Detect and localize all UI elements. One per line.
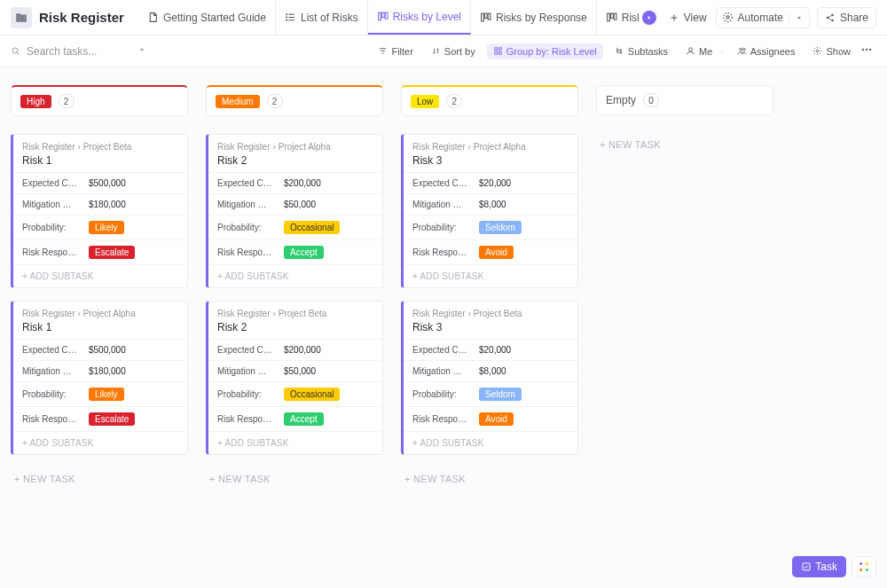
svg-rect-5: [385, 12, 388, 19]
doc-icon: [147, 12, 159, 23]
more-views-button[interactable]: [639, 11, 660, 25]
field-mitigation: Mitigation …$8,000: [404, 360, 577, 381]
column-low: Low2Risk Register›Project AlphaRisk 3Exp…: [401, 85, 578, 490]
column-high: High2Risk Register›Project BetaRisk 1Exp…: [11, 85, 188, 490]
task-card[interactable]: Risk Register›Project AlphaRisk 3Expecte…: [401, 134, 578, 288]
svg-point-18: [831, 13, 834, 16]
svg-point-0: [287, 14, 287, 15]
field-expected-cost: Expected C…$500,000: [13, 339, 187, 360]
separator: ·: [718, 45, 725, 58]
show-label: Show: [826, 46, 851, 57]
svg-point-29: [742, 48, 745, 51]
add-subtask-button[interactable]: + ADD SUBTASK: [13, 264, 187, 287]
task-card[interactable]: Risk Register›Project AlphaRisk 2Expecte…: [206, 134, 383, 288]
svg-point-2: [287, 20, 287, 20]
workspace-icon[interactable]: [11, 7, 32, 28]
nav-tab-getting-started-guide[interactable]: Getting Started Guide: [138, 0, 276, 35]
users-icon: [737, 46, 747, 56]
column-header-medium[interactable]: Medium2: [206, 85, 383, 116]
add-view-label: View: [684, 12, 707, 24]
breadcrumb: Risk Register›Project Beta: [217, 309, 373, 318]
new-task-button[interactable]: + NEW TASK: [11, 467, 188, 490]
share-button[interactable]: Share: [817, 7, 876, 28]
assignees-button[interactable]: Assignees: [731, 43, 802, 59]
search-icon: [11, 46, 21, 57]
svg-point-26: [620, 51, 622, 53]
add-subtask-button[interactable]: + ADD SUBTASK: [208, 431, 382, 454]
share-label: Share: [840, 12, 868, 24]
field-risk-response: Risk Respo…Escalate: [13, 239, 187, 264]
add-subtask-button[interactable]: + ADD SUBTASK: [208, 264, 382, 287]
show-button[interactable]: Show: [806, 43, 857, 59]
add-subtask-button[interactable]: + ADD SUBTASK: [404, 431, 577, 454]
add-subtask-button[interactable]: + ADD SUBTASK: [404, 264, 577, 287]
task-card[interactable]: Risk Register›Project AlphaRisk 1Expecte…: [11, 301, 188, 455]
field-expected-cost: Expected C…$20,000: [404, 172, 577, 193]
subtasks-button[interactable]: Subtasks: [608, 43, 674, 59]
me-button[interactable]: Me: [679, 43, 718, 59]
search-input[interactable]: Search tasks...: [11, 44, 153, 58]
svg-rect-7: [484, 13, 487, 18]
task-card[interactable]: Risk Register›Project BetaRisk 2Expected…: [206, 301, 383, 455]
column-empty: Empty0+ NEW TASK: [596, 85, 773, 156]
svg-rect-22: [498, 48, 501, 51]
column-header-empty[interactable]: Empty0: [596, 85, 773, 115]
add-view-button[interactable]: View: [660, 12, 716, 24]
field-risk-response: Risk Respo…Accept: [208, 239, 382, 264]
breadcrumb: Risk Register›Project Beta: [22, 142, 178, 152]
field-risk-response: Risk Respo…Escalate: [13, 406, 187, 431]
column-header-low[interactable]: Low2: [401, 85, 578, 116]
task-card[interactable]: Risk Register›Project BetaRisk 1Expected…: [11, 134, 188, 288]
field-risk-response: Risk Respo…Accept: [208, 406, 382, 431]
card-title: Risk 1: [22, 154, 178, 167]
field-probability: Probability:Seldom: [404, 215, 577, 239]
subtasks-label: Subtasks: [628, 46, 668, 57]
new-task-button[interactable]: + NEW TASK: [401, 467, 578, 490]
field-probability: Probability:Occasional: [208, 215, 382, 239]
new-task-fab[interactable]: Task: [792, 556, 846, 577]
svg-rect-11: [614, 13, 616, 20]
svg-point-27: [689, 48, 693, 51]
column-count: 2: [59, 94, 75, 108]
fab-task-label: Task: [815, 561, 837, 573]
new-task-button[interactable]: + NEW TASK: [206, 467, 383, 490]
automate-dropdown-icon[interactable]: [789, 13, 804, 22]
column-label: Low: [411, 95, 439, 108]
svg-rect-10: [610, 13, 613, 18]
automate-button[interactable]: Automate: [716, 7, 810, 28]
board-icon: [606, 12, 617, 23]
field-expected-cost: Expected C…$200,000: [208, 172, 382, 193]
svg-point-31: [862, 49, 864, 51]
breadcrumb: Risk Register›Project Beta: [412, 309, 569, 318]
assignees-label: Assignees: [750, 46, 796, 57]
add-subtask-button[interactable]: + ADD SUBTASK: [13, 431, 187, 454]
me-label: Me: [699, 46, 712, 57]
card-title: Risk 2: [217, 154, 373, 167]
svg-point-32: [866, 49, 867, 51]
card-title: Risk 3: [412, 321, 569, 333]
column-label: High: [20, 95, 51, 108]
task-icon: [801, 561, 812, 572]
column-header-high[interactable]: High2: [11, 85, 188, 116]
groupby-label: Group by: Risk Level: [506, 46, 597, 57]
sort-label: Sort by: [444, 46, 475, 57]
nav-tab-label: Risks by Status: [622, 12, 639, 24]
fab-more-button[interactable]: [852, 556, 876, 577]
nav-tab-risks-by-status[interactable]: Risks by Status: [597, 0, 639, 35]
field-risk-response: Risk Respo…Avoid: [404, 239, 577, 264]
nav-tab-risks-by-level[interactable]: Risks by Level: [368, 0, 471, 35]
svg-rect-34: [803, 563, 810, 570]
chevron-down-icon[interactable]: [137, 44, 153, 58]
nav-tab-list-of-risks[interactable]: List of Risks: [276, 0, 368, 35]
nav-tab-risks-by-response[interactable]: Risks by Response: [471, 0, 597, 35]
field-mitigation: Mitigation …$50,000: [208, 193, 382, 215]
more-options-button[interactable]: [857, 41, 876, 61]
sort-button[interactable]: Sort by: [425, 43, 482, 59]
new-task-button[interactable]: + NEW TASK: [596, 133, 773, 156]
groupby-button[interactable]: Group by: Risk Level: [487, 43, 603, 59]
svg-point-25: [620, 50, 622, 51]
task-card[interactable]: Risk Register›Project BetaRisk 3Expected…: [401, 301, 578, 455]
card-title: Risk 3: [412, 154, 569, 167]
filter-icon: [378, 46, 388, 56]
filter-button[interactable]: Filter: [372, 43, 419, 59]
